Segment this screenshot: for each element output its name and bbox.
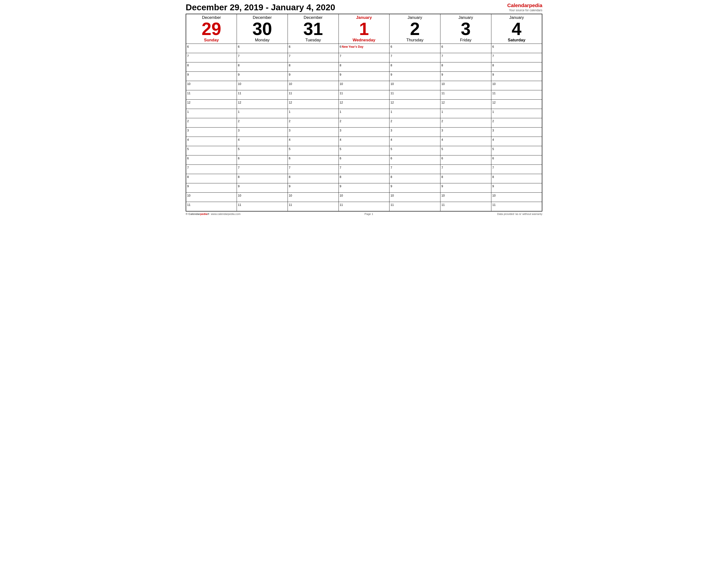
time-cell-4-2: 10 — [288, 81, 339, 90]
time-label-8-1: 2 — [238, 120, 240, 123]
time-label-6-0: 12 — [187, 101, 190, 104]
time-label-6-4: 12 — [390, 101, 394, 104]
time-label-13-1: 7 — [238, 166, 240, 169]
time-cell-16-4: 10 — [389, 193, 440, 202]
time-label-4-0: 10 — [187, 82, 190, 86]
time-label-14-2: 8 — [289, 175, 291, 179]
time-label-8-3: 2 — [340, 120, 341, 123]
time-cell-7-6: 1 — [491, 109, 542, 118]
time-cell-1-1: 7 — [237, 53, 288, 62]
time-row-6: 12121212121212 — [186, 100, 542, 109]
time-cell-13-5: 7 — [440, 165, 491, 174]
time-label-6-1: 12 — [238, 101, 241, 104]
time-label-17-4: 11 — [390, 203, 394, 207]
time-label-10-1: 4 — [238, 138, 240, 142]
time-label-14-6: 8 — [492, 175, 494, 179]
time-cell-7-4: 1 — [389, 109, 440, 118]
time-cell-15-2: 9 — [288, 183, 339, 193]
day-number-2: 31 — [288, 20, 338, 38]
time-cell-11-6: 5 — [491, 146, 542, 156]
time-label-0-6: 6 — [492, 45, 494, 48]
time-label-3-1: 9 — [238, 73, 240, 76]
time-label-2-4: 8 — [390, 64, 392, 67]
time-cell-11-1: 5 — [237, 146, 288, 156]
event-0-3: New Year's Day — [341, 45, 363, 48]
day-name-1: Monday — [237, 38, 287, 43]
time-label-1-6: 7 — [492, 54, 494, 58]
time-cell-6-6: 12 — [491, 100, 542, 109]
time-cell-3-6: 9 — [491, 72, 542, 81]
time-label-16-1: 10 — [238, 194, 241, 197]
time-cell-10-2: 4 — [288, 137, 339, 146]
time-label-15-4: 9 — [390, 185, 392, 188]
time-label-8-5: 2 — [441, 120, 443, 123]
day-number-0: 29 — [187, 20, 236, 38]
time-label-0-5: 6 — [441, 45, 443, 48]
time-cell-14-3: 8 — [339, 174, 389, 183]
time-label-1-1: 7 — [238, 54, 240, 58]
brand-block: Calendarpedia Your source for calendars — [507, 2, 542, 12]
time-cell-6-2: 12 — [288, 100, 339, 109]
time-cell-15-4: 9 — [389, 183, 440, 193]
time-label-7-3: 1 — [340, 110, 341, 114]
time-label-10-5: 4 — [441, 138, 443, 142]
time-cell-13-1: 7 — [237, 165, 288, 174]
time-label-4-4: 10 — [390, 82, 394, 86]
time-label-4-3: 10 — [340, 82, 343, 86]
day-number-4: 2 — [390, 20, 440, 38]
time-label-1-0: 7 — [187, 54, 189, 58]
time-cell-15-6: 9 — [491, 183, 542, 193]
time-label-4-6: 10 — [492, 82, 496, 86]
time-cell-12-6: 6 — [491, 156, 542, 165]
time-cell-11-5: 5 — [440, 146, 491, 156]
time-cell-9-2: 3 — [288, 128, 339, 137]
time-label-11-3: 5 — [340, 147, 341, 151]
time-label-5-0: 11 — [187, 92, 190, 95]
time-cell-13-4: 7 — [389, 165, 440, 174]
time-label-15-1: 9 — [238, 185, 240, 188]
time-label-16-3: 10 — [340, 194, 343, 197]
time-cell-5-4: 11 — [389, 90, 440, 100]
time-label-12-1: 6 — [238, 157, 240, 160]
time-label-6-3: 12 — [340, 101, 343, 104]
time-cell-13-2: 7 — [288, 165, 339, 174]
time-label-5-5: 11 — [441, 92, 445, 95]
time-row-15: 9999999 — [186, 183, 542, 193]
day-number-1: 30 — [237, 20, 287, 38]
time-label-17-3: 11 — [340, 203, 343, 207]
time-label-17-5: 11 — [441, 203, 445, 207]
time-label-11-2: 5 — [289, 147, 291, 151]
time-label-15-0: 9 — [187, 185, 189, 188]
time-cell-3-4: 9 — [389, 72, 440, 81]
time-cell-11-2: 5 — [288, 146, 339, 156]
time-cell-14-6: 8 — [491, 174, 542, 183]
time-cell-5-5: 11 — [440, 90, 491, 100]
time-cell-1-4: 7 — [389, 53, 440, 62]
time-cell-1-6: 7 — [491, 53, 542, 62]
day-name-4: Thursday — [390, 38, 440, 43]
page-header: December 29, 2019 - January 4, 2020 Cale… — [186, 2, 542, 12]
time-label-9-4: 3 — [390, 129, 392, 132]
time-cell-3-0: 9 — [186, 72, 237, 81]
footer-brand: © Calendarpedia® — [186, 213, 209, 216]
time-cell-14-2: 8 — [288, 174, 339, 183]
time-row-0: 6666New Year's Day666 — [186, 44, 542, 53]
calendar-page: December 29, 2019 - January 4, 2020 Cale… — [182, 0, 546, 218]
time-label-9-2: 3 — [289, 129, 291, 132]
day-name-3: Wednesday — [339, 38, 389, 43]
time-label-17-1: 11 — [238, 203, 241, 207]
time-label-9-0: 3 — [187, 129, 189, 132]
time-cell-13-3: 7 — [339, 165, 389, 174]
day-name-2: Tuesday — [288, 38, 338, 43]
time-cell-8-4: 2 — [389, 118, 440, 128]
time-label-7-1: 1 — [238, 110, 240, 114]
time-label-12-4: 6 — [390, 157, 392, 160]
time-cell-7-3: 1 — [339, 109, 389, 118]
time-label-8-2: 2 — [289, 120, 291, 123]
time-cell-8-5: 2 — [440, 118, 491, 128]
time-cell-2-6: 8 — [491, 62, 542, 72]
time-row-9: 3333333 — [186, 128, 542, 137]
time-cell-10-6: 4 — [491, 137, 542, 146]
time-label-6-5: 12 — [441, 101, 445, 104]
time-row-1: 7777777 — [186, 53, 542, 62]
